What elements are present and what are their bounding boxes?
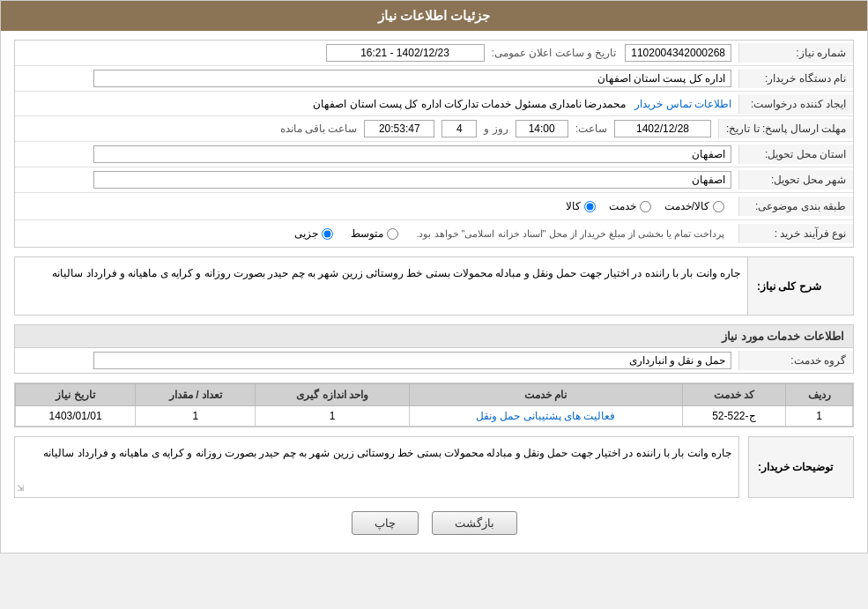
deadline-label: مهلت ارسال پاسخ: تا تاریخ:: [718, 119, 853, 138]
purchase-type-label: نوع فرآیند خرید :: [738, 224, 853, 243]
buyer-desc-section: توضیحات خریدار: جاره وانت بار با راننده …: [14, 436, 854, 498]
deadline-time-label: ساعت:: [575, 123, 607, 135]
purchase-note: پرداخت تمام یا بخشی از مبلغ خریدار از مح…: [416, 228, 724, 240]
back-button[interactable]: بازگشت: [432, 511, 517, 535]
buyer-desc-text: جاره وانت بار با راننده در اختیار جهت حم…: [43, 447, 731, 459]
need-number-value-cell: 1102004342000268 1402/12/23 - 16:21 تاری…: [15, 41, 738, 65]
service-group-value-cell: حمل و نقل و انبارداری: [15, 348, 738, 373]
city-value-cell: اصفهان: [15, 167, 738, 192]
col-date: تاریخ نیاز: [16, 384, 136, 406]
purchase-jozvi-radio[interactable]: [322, 228, 333, 240]
service-group-row: گروه خدمت: حمل و نقل و انبارداری: [15, 348, 853, 373]
category-kala-label: کالا: [566, 200, 581, 212]
category-radio-group: کالا/خدمت خدمت کالا: [22, 197, 731, 216]
page-title: جزئیات اطلاعات نیاز: [378, 8, 490, 23]
category-kala-option: کالا: [566, 200, 596, 212]
province-value: اصفهان: [93, 145, 732, 163]
category-kala-khadamat-label: کالا/خدمت: [664, 200, 709, 212]
category-kala-khadamat-option: کالا/خدمت: [664, 200, 724, 212]
table-row: 1 ج-522-52 فعالیت های پشتیبانی حمل ونقل …: [16, 406, 853, 427]
service-group-value: حمل و نقل و انبارداری: [93, 352, 732, 369]
purchase-motavaset-option: متوسط: [351, 227, 398, 240]
page-wrapper: جزئیات اطلاعات نیاز شماره نیاز: 11020043…: [0, 0, 868, 553]
cell-row-num: 1: [786, 406, 853, 427]
cell-quantity: 1: [136, 406, 256, 427]
category-khadamat-radio[interactable]: [640, 201, 651, 212]
deadline-remaining-label: ساعت باقی مانده: [280, 123, 358, 135]
cell-service-code: ج-522-52: [682, 406, 785, 427]
need-number-row: شماره نیاز: 1102004342000268 1402/12/23 …: [15, 41, 853, 66]
buyer-name-label: نام دستگاه خریدار:: [738, 69, 853, 88]
main-content: شماره نیاز: 1102004342000268 1402/12/23 …: [1, 31, 867, 553]
description-label: شرح کلی نیاز:: [747, 257, 853, 315]
resize-handle-icon: ⇲: [17, 480, 24, 495]
services-table: ردیف کد خدمت نام خدمت واحد اندازه گیری ت…: [15, 383, 853, 427]
province-value-cell: اصفهان: [15, 142, 738, 167]
creator-value-cell: اطلاعات تماس خریدار محمدرضا نامداری مسئو…: [15, 94, 738, 114]
deadline-time: 14:00: [516, 120, 568, 137]
buyer-desc-label: توضیحات خریدار:: [748, 436, 854, 498]
city-label: شهر محل تحویل:: [738, 170, 853, 189]
service-info-section: گروه خدمت: حمل و نقل و انبارداری: [14, 347, 854, 374]
col-unit: واحد اندازه گیری: [256, 384, 409, 406]
buyer-name-value: اداره کل پست استان اصفهان: [93, 70, 732, 87]
button-row: بازگشت چاپ: [14, 511, 854, 535]
deadline-remaining: 20:53:47: [364, 120, 434, 137]
city-row: شهر محل تحویل: اصفهان: [15, 167, 853, 193]
buyer-name-row: نام دستگاه خریدار: اداره کل پست استان اص…: [15, 66, 853, 92]
province-row: استان محل تحویل: اصفهان: [15, 142, 853, 167]
category-kala-khadamat-radio[interactable]: [713, 201, 724, 212]
announcement-date-label: تاریخ و ساعت اعلان عمومی:: [492, 47, 617, 59]
cell-unit: 1: [256, 406, 409, 427]
category-khadamat-option: خدمت: [609, 200, 651, 212]
purchase-motavaset-radio[interactable]: [387, 228, 398, 240]
main-info-section: شماره نیاز: 1102004342000268 1402/12/23 …: [14, 40, 854, 248]
category-khadamat-label: خدمت: [609, 200, 636, 212]
purchase-motavaset-label: متوسط: [351, 227, 383, 240]
deadline-days: 4: [441, 120, 477, 137]
need-number-label: شماره نیاز:: [738, 43, 853, 63]
description-text: جاره وانت بار با راننده در اختیار جهت حم…: [15, 257, 747, 315]
category-value-cell: کالا/خدمت خدمت کالا: [15, 193, 738, 219]
services-table-section: ردیف کد خدمت نام خدمت واحد اندازه گیری ت…: [14, 382, 854, 427]
buyer-desc-content: جاره وانت بار با راننده در اختیار جهت حم…: [14, 436, 739, 498]
creator-label: ایجاد کننده درخواست:: [738, 94, 853, 114]
service-info-title: اطلاعات خدمات مورد نیاز: [14, 324, 854, 347]
creator-contact-link[interactable]: اطلاعات تماس خریدار: [634, 98, 731, 110]
need-number-value: 1102004342000268: [625, 44, 731, 62]
announcement-date-value: 1402/12/23 - 16:21: [326, 44, 485, 62]
cell-service-name: فعالیت های پشتیبانی حمل ونقل: [409, 406, 682, 427]
col-row-num: ردیف: [786, 384, 853, 406]
category-row: طبقه بندی موضوعی: کالا/خدمت خدمت: [15, 193, 853, 220]
cell-date: 1403/01/01: [16, 406, 136, 427]
col-quantity: تعداد / مقدار: [136, 384, 256, 406]
category-kala-radio[interactable]: [584, 201, 596, 212]
print-button[interactable]: چاپ: [352, 511, 419, 535]
purchase-type-value-cell: پرداخت تمام یا بخشی از مبلغ خریدار از مح…: [15, 220, 738, 247]
buyer-name-value-cell: اداره کل پست استان اصفهان: [15, 66, 738, 91]
category-label: طبقه بندی موضوعی:: [738, 197, 853, 216]
purchase-type-row: نوع فرآیند خرید : پرداخت تمام یا بخشی از…: [15, 220, 853, 247]
creator-value: محمدرضا نامداری مسئول خدمات تدارکات ادار…: [313, 98, 626, 110]
purchase-jozvi-option: جزیی: [294, 227, 333, 240]
deadline-value-cell: 1402/12/28 ساعت: 14:00 روز و 4 20:53:47 …: [15, 116, 718, 141]
deadline-row: مهلت ارسال پاسخ: تا تاریخ: 1402/12/28 سا…: [15, 116, 853, 142]
purchase-type-options: پرداخت تمام یا بخشی از مبلغ خریدار از مح…: [22, 224, 731, 243]
deadline-days-label: روز و: [484, 123, 508, 135]
description-section: شرح کلی نیاز: جاره وانت بار با راننده در…: [14, 256, 854, 316]
col-service-code: کد خدمت: [682, 384, 785, 406]
page-header: جزئیات اطلاعات نیاز: [1, 1, 867, 31]
creator-row: ایجاد کننده درخواست: اطلاعات تماس خریدار…: [15, 92, 853, 116]
province-label: استان محل تحویل:: [738, 145, 853, 164]
col-service-name: نام خدمت: [409, 384, 682, 406]
service-group-label: گروه خدمت:: [738, 351, 853, 370]
deadline-date: 1402/12/28: [614, 120, 711, 137]
city-value: اصفهان: [93, 171, 732, 189]
purchase-jozvi-label: جزیی: [294, 227, 318, 240]
